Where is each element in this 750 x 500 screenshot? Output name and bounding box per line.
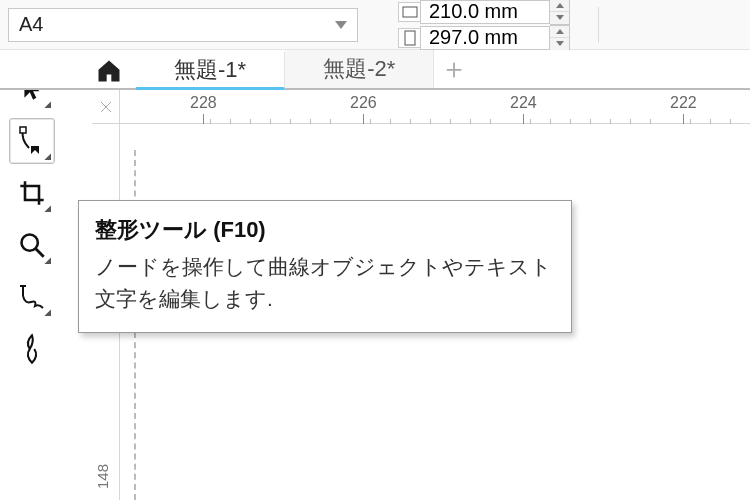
tool-tooltip: 整形ツール (F10) ノードを操作して曲線オブジェクトやテキスト文字を編集しま… — [78, 200, 572, 333]
ruler-tick: 228 — [190, 96, 217, 124]
ruler-origin[interactable] — [92, 90, 120, 124]
height-icon — [398, 28, 420, 48]
height-spinner[interactable] — [550, 25, 570, 51]
tooltip-shortcut: (F10) — [213, 217, 266, 242]
svg-point-3 — [22, 235, 38, 251]
tooltip-body: ノードを操作して曲線オブジェクトやテキスト文字を編集します. — [95, 251, 555, 314]
divider — [598, 7, 599, 43]
flyout-icon — [44, 257, 51, 264]
svg-rect-1 — [405, 31, 415, 45]
horizontal-ruler: 228226224222 — [92, 90, 750, 124]
ruler-tick: 224 — [510, 96, 537, 124]
chevron-down-icon — [335, 21, 347, 29]
page-size-value: A4 — [19, 13, 43, 36]
page-height-input[interactable]: 297.0 mm — [420, 26, 550, 50]
toolbox — [0, 58, 64, 380]
tooltip-title: 整形ツール (F10) — [95, 215, 555, 245]
page-height-row: 297.0 mm — [398, 26, 570, 50]
property-bar: A4 210.0 mm 297.0 mm — [0, 0, 750, 50]
page-size-select[interactable]: A4 — [8, 8, 358, 42]
crop-tool[interactable] — [9, 170, 55, 216]
height-step-down[interactable] — [550, 38, 569, 50]
tab-doc-1[interactable]: 無題-1* — [136, 52, 285, 90]
height-step-up[interactable] — [550, 26, 569, 38]
page-width-input[interactable]: 210.0 mm — [420, 0, 550, 24]
ruler-tick: 222 — [670, 96, 697, 124]
page-dimensions: 210.0 mm 297.0 mm — [398, 0, 570, 50]
artistic-media-tool[interactable] — [9, 326, 55, 372]
tooltip-name: 整形ツール — [95, 217, 207, 242]
tab-label: 無題-2* — [323, 54, 395, 84]
flyout-icon — [44, 101, 51, 108]
flyout-icon — [44, 205, 51, 212]
zoom-tool[interactable] — [9, 222, 55, 268]
tab-label: 無題-1* — [174, 55, 246, 85]
page-height-value: 297.0 mm — [429, 26, 518, 49]
ruler-tick: 226 — [350, 96, 377, 124]
new-tab-button[interactable]: ＋ — [434, 50, 474, 88]
page-width-row: 210.0 mm — [398, 0, 570, 24]
svg-rect-0 — [403, 7, 417, 17]
flyout-icon — [44, 153, 51, 160]
document-tabs: 無題-1* 無題-2* ＋ — [0, 50, 750, 90]
width-step-up[interactable] — [550, 0, 569, 12]
vruler-tick: 148 — [94, 464, 111, 489]
freehand-tool[interactable] — [9, 274, 55, 320]
width-icon — [398, 2, 420, 22]
svg-line-4 — [36, 249, 44, 257]
width-step-down[interactable] — [550, 12, 569, 24]
tab-doc-2[interactable]: 無題-2* — [285, 50, 434, 88]
shape-tool[interactable] — [9, 118, 55, 164]
page-width-value: 210.0 mm — [429, 0, 518, 23]
svg-rect-2 — [20, 127, 26, 133]
flyout-icon — [44, 309, 51, 316]
home-button[interactable] — [92, 54, 126, 88]
width-spinner[interactable] — [550, 0, 570, 25]
